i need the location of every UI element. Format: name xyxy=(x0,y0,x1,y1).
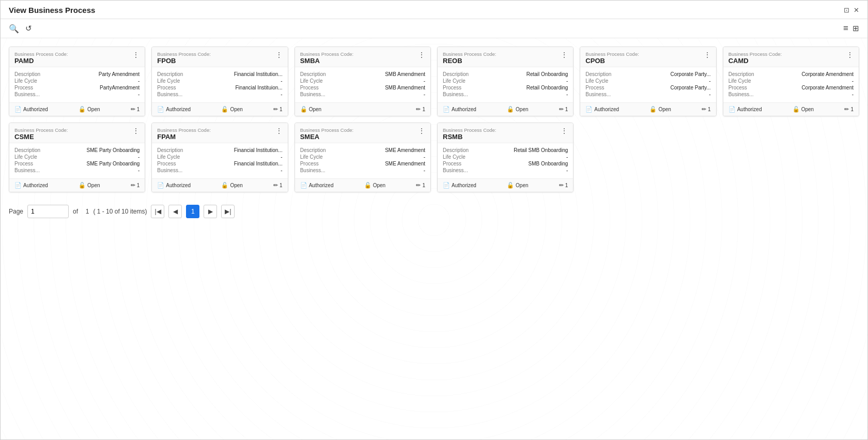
open-badge[interactable]: 🔓Open xyxy=(364,182,385,189)
open-badge[interactable]: 🔓Open xyxy=(221,106,242,113)
card-header: Business Process Code: RSMB ⋮ xyxy=(438,123,573,143)
open-badge[interactable]: 🔓Open xyxy=(221,182,242,189)
edit-icon: ✏ xyxy=(559,106,564,113)
lifecycle-label: Life Cycle xyxy=(585,78,616,84)
authorized-badge[interactable]: 📄Authorized xyxy=(443,106,476,113)
open-badge[interactable]: 🔓Open xyxy=(793,106,814,113)
authorized-badge[interactable]: 📄Authorized xyxy=(157,182,191,189)
card-menu-icon[interactable]: ⋮ xyxy=(275,51,283,58)
business-value: - xyxy=(424,92,425,97)
card-header-info: Business Process Code: CSME xyxy=(14,127,68,141)
count-badge[interactable]: ✏1 xyxy=(559,106,568,113)
business-row: Business... - xyxy=(585,92,710,97)
count-badge[interactable]: ✏1 xyxy=(844,106,854,113)
description-value: Financial Institution... xyxy=(234,147,283,153)
authorized-badge[interactable]: 📄Authorized xyxy=(300,182,334,189)
card-menu-icon[interactable]: ⋮ xyxy=(561,127,568,134)
prev-page-button[interactable]: ◀ xyxy=(168,205,182,218)
lock-icon: 🔓 xyxy=(649,106,657,113)
list-view-icon[interactable]: ≡ xyxy=(843,23,848,34)
lifecycle-label: Life Cycle xyxy=(443,154,474,160)
card-menu-icon[interactable]: ⋮ xyxy=(846,51,854,58)
business-process-card: Business Process Code: RSMB ⋮ Descriptio… xyxy=(437,123,574,192)
process-value: Corporate Party... xyxy=(670,85,710,90)
count-badge[interactable]: ✏1 xyxy=(702,106,711,113)
close-icon[interactable]: ✕ xyxy=(854,6,859,14)
card-menu-icon[interactable]: ⋮ xyxy=(275,127,283,134)
business-process-card: Business Process Code: FPOB ⋮ Descriptio… xyxy=(151,47,288,116)
authorized-badge[interactable]: 📄Authorized xyxy=(585,106,619,113)
card-menu-icon[interactable]: ⋮ xyxy=(418,51,425,58)
card-body: Description Retail SMB Onboarding Life C… xyxy=(438,143,573,178)
open-badge[interactable]: 🔓Open xyxy=(79,182,100,189)
authorized-badge[interactable]: 📄Authorized xyxy=(14,182,48,189)
open-label: Open xyxy=(658,107,671,112)
card-footer: 📄Authorized 🔓Open ✏1 xyxy=(9,102,145,116)
card-body: Description Corporate Amendment Life Cyc… xyxy=(723,67,859,102)
card-body: Description Retail Onboarding Life Cycle… xyxy=(438,67,573,102)
process-value: SMB Amendment xyxy=(385,85,425,90)
lifecycle-value: - xyxy=(852,78,854,84)
count-badge[interactable]: ✏1 xyxy=(273,106,283,113)
business-value: - xyxy=(281,92,282,97)
business-label: Business... xyxy=(443,92,474,97)
count-badge[interactable]: ✏1 xyxy=(559,182,568,189)
card-menu-icon[interactable]: ⋮ xyxy=(418,127,425,134)
description-label: Description xyxy=(729,71,760,77)
process-value: PartyAmendment xyxy=(100,85,140,90)
lifecycle-row: Life Cycle - xyxy=(443,78,568,84)
description-value: SME Amendment xyxy=(385,147,425,153)
count-badge[interactable]: ✏1 xyxy=(131,106,140,113)
card-header: Business Process Code: CPOB ⋮ xyxy=(580,47,716,67)
process-value: Retail Onboarding xyxy=(526,85,568,90)
card-menu-icon[interactable]: ⋮ xyxy=(704,51,711,58)
title-bar-controls: ⊡ ✕ xyxy=(844,6,859,14)
business-process-card: Business Process Code: SMEA ⋮ Descriptio… xyxy=(295,123,431,192)
count-badge[interactable]: ✏1 xyxy=(416,182,425,189)
count-label: 1 xyxy=(850,107,854,112)
page-input[interactable] xyxy=(27,205,69,218)
description-value: Financial Institution... xyxy=(234,71,283,77)
card-footer: 📄Authorized 🔓Open ✏1 xyxy=(152,178,287,192)
count-badge[interactable]: ✏1 xyxy=(131,182,140,189)
maximize-icon[interactable]: ⊡ xyxy=(844,6,849,14)
description-row: Description Corporate Amendment xyxy=(729,71,854,77)
next-page-button[interactable]: ▶ xyxy=(204,205,217,218)
empty-card-slot xyxy=(723,123,859,192)
grid-view-icon[interactable]: ⊞ xyxy=(853,24,859,33)
search-icon[interactable]: 🔍 xyxy=(9,24,19,34)
page-title: View Business Process xyxy=(9,6,95,14)
authorized-badge[interactable]: 📄Authorized xyxy=(14,106,48,113)
refresh-icon[interactable]: ↺ xyxy=(25,24,32,33)
open-badge[interactable]: 🔓Open xyxy=(649,106,671,113)
current-page-button[interactable]: 1 xyxy=(186,205,199,218)
open-badge[interactable]: 🔓Open xyxy=(300,106,321,113)
count-label: 1 xyxy=(708,107,711,112)
card-code-label: Business Process Code: xyxy=(443,127,497,133)
last-page-button[interactable]: ▶| xyxy=(221,205,235,218)
description-label: Description xyxy=(157,147,188,153)
lifecycle-value: - xyxy=(566,154,568,160)
authorized-badge[interactable]: 📄Authorized xyxy=(729,106,762,113)
count-badge[interactable]: ✏1 xyxy=(416,106,425,113)
open-badge[interactable]: 🔓Open xyxy=(507,106,528,113)
card-menu-icon[interactable]: ⋮ xyxy=(561,51,568,58)
card-code-label: Business Process Code: xyxy=(585,51,639,57)
card-menu-icon[interactable]: ⋮ xyxy=(132,127,140,134)
authorized-badge[interactable]: 📄Authorized xyxy=(157,106,191,113)
count-badge[interactable]: ✏1 xyxy=(273,182,283,189)
card-header: Business Process Code: CSME ⋮ xyxy=(9,123,145,143)
open-badge[interactable]: 🔓Open xyxy=(507,182,528,189)
process-label: Process xyxy=(300,85,331,90)
process-label: Process xyxy=(300,161,331,166)
open-badge[interactable]: 🔓Open xyxy=(79,106,100,113)
process-label: Process xyxy=(157,85,188,90)
edit-icon: ✏ xyxy=(131,106,135,113)
card-code: CAMD xyxy=(729,57,782,65)
first-page-button[interactable]: |◀ xyxy=(151,205,164,218)
cards-grid-row2: Business Process Code: CSME ⋮ Descriptio… xyxy=(9,123,859,192)
card-code-label: Business Process Code: xyxy=(300,51,354,57)
process-value: Financial Instituion... xyxy=(235,85,282,90)
card-menu-icon[interactable]: ⋮ xyxy=(132,51,140,58)
authorized-badge[interactable]: 📄Authorized xyxy=(443,182,476,189)
